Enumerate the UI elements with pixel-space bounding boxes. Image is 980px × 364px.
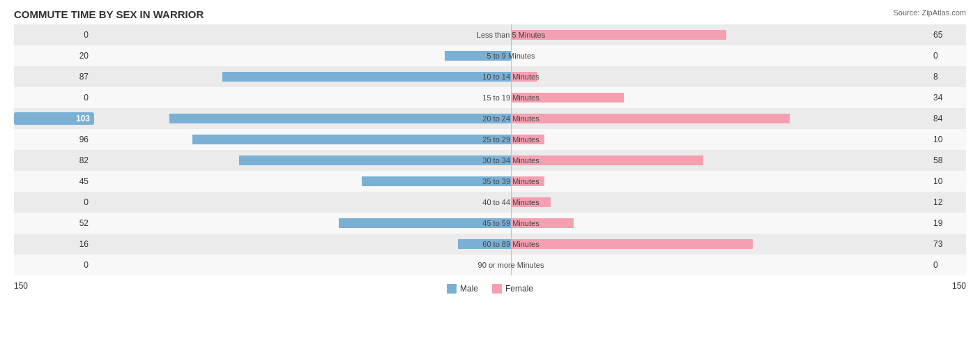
- bars-wrapper: 60 to 89 Minutes: [94, 234, 928, 255]
- female-value: 10: [928, 176, 966, 186]
- female-value: 19: [928, 218, 966, 228]
- female-label: Female: [505, 284, 533, 294]
- table-row: 0 40 to 44 Minutes 12: [14, 192, 966, 213]
- table-row: 87 10 to 14 Minutes 8: [14, 66, 966, 87]
- bars-wrapper: 5 to 9 Minutes: [94, 45, 928, 66]
- source-text: Source: ZipAtlas.com: [893, 8, 966, 17]
- female-color-box: [492, 284, 502, 294]
- row-label: 15 to 19 Minutes: [482, 93, 539, 102]
- table-row: 16 60 to 89 Minutes 73: [14, 234, 966, 255]
- legend-male: Male: [447, 284, 478, 294]
- female-value: 0: [928, 260, 966, 270]
- row-label: 5 to 9 Minutes: [487, 52, 535, 60]
- chart-inner: 0 Less than 5 Minutes 65 20 5 to 9 Minut…: [14, 24, 966, 275]
- bars-wrapper: 10 to 14 Minutes: [94, 66, 928, 87]
- row-label: 25 to 29 Minutes: [482, 135, 539, 144]
- female-bar: [511, 114, 790, 123]
- table-row: 0 90 or more Minutes 0: [14, 255, 966, 275]
- table-row: 0 15 to 19 Minutes 34: [14, 87, 966, 108]
- female-value: 10: [928, 135, 966, 144]
- bars-wrapper: 25 to 29 Minutes: [94, 129, 928, 150]
- bars-wrapper: 45 to 59 Minutes: [94, 213, 928, 234]
- male-bar: [239, 156, 511, 165]
- female-bar: [511, 156, 703, 165]
- table-row: 103 20 to 24 Minutes 84: [14, 108, 966, 129]
- bars-wrapper: 30 to 34 Minutes: [94, 150, 928, 171]
- male-value: 16: [14, 239, 94, 249]
- male-value: 96: [14, 135, 94, 144]
- chart-container: COMMUTE TIME BY SEX IN WARRIOR Source: Z…: [0, 0, 980, 364]
- male-color-box: [447, 284, 457, 294]
- axis-left-label: 150: [14, 281, 28, 291]
- bars-wrapper: Less than 5 Minutes: [94, 24, 928, 45]
- female-value: 12: [928, 197, 966, 207]
- male-bar: [169, 114, 511, 123]
- table-row: 45 35 to 39 Minutes 10: [14, 171, 966, 192]
- legend: Male Female: [447, 284, 533, 294]
- row-label: 35 to 39 Minutes: [482, 177, 539, 185]
- row-label: 60 to 89 Minutes: [482, 240, 539, 248]
- female-value: 65: [928, 30, 966, 40]
- female-value: 73: [928, 239, 966, 249]
- male-value: 52: [14, 218, 94, 228]
- female-value: 8: [928, 72, 966, 82]
- male-value: 87: [14, 72, 94, 82]
- chart-title: COMMUTE TIME BY SEX IN WARRIOR: [14, 8, 966, 20]
- male-value: 20: [14, 51, 94, 61]
- row-label: 45 to 59 Minutes: [482, 219, 539, 227]
- female-value: 58: [928, 156, 966, 165]
- male-value: 0: [14, 30, 94, 40]
- table-row: 52 45 to 59 Minutes 19: [14, 213, 966, 234]
- male-value: 0: [14, 197, 94, 207]
- bars-wrapper: 35 to 39 Minutes: [94, 171, 928, 192]
- male-value: 82: [14, 156, 94, 165]
- row-label: 90 or more Minutes: [478, 261, 544, 269]
- male-value: 45: [14, 176, 94, 186]
- bars-wrapper: 20 to 24 Minutes: [94, 108, 928, 129]
- row-label: 20 to 24 Minutes: [482, 114, 539, 123]
- female-value: 34: [928, 93, 966, 103]
- table-row: 0 Less than 5 Minutes 65: [14, 24, 966, 45]
- row-label: Less than 5 Minutes: [477, 31, 545, 39]
- male-value: 0: [14, 93, 94, 103]
- bottom-row: 150 Male Female 150: [14, 278, 966, 294]
- row-label: 30 to 34 Minutes: [482, 156, 539, 165]
- bars-wrapper: 40 to 44 Minutes: [94, 192, 928, 213]
- row-label: 40 to 44 Minutes: [482, 198, 539, 206]
- bars-wrapper: 90 or more Minutes: [94, 255, 928, 275]
- male-label: Male: [460, 284, 478, 294]
- legend-female: Female: [492, 284, 533, 294]
- female-value: 84: [928, 114, 966, 123]
- table-row: 82 30 to 34 Minutes 58: [14, 150, 966, 171]
- table-row: 20 5 to 9 Minutes 0: [14, 45, 966, 66]
- male-value: 0: [14, 260, 94, 270]
- male-bar: [222, 72, 511, 82]
- axis-right-label: 150: [952, 281, 966, 291]
- female-bar: [511, 239, 753, 249]
- table-row: 96 25 to 29 Minutes 10: [14, 129, 966, 150]
- row-label: 10 to 14 Minutes: [482, 73, 539, 81]
- bars-wrapper: 15 to 19 Minutes: [94, 87, 928, 108]
- male-bar: [192, 135, 511, 144]
- female-value: 0: [928, 51, 966, 61]
- male-value: 103: [14, 112, 94, 125]
